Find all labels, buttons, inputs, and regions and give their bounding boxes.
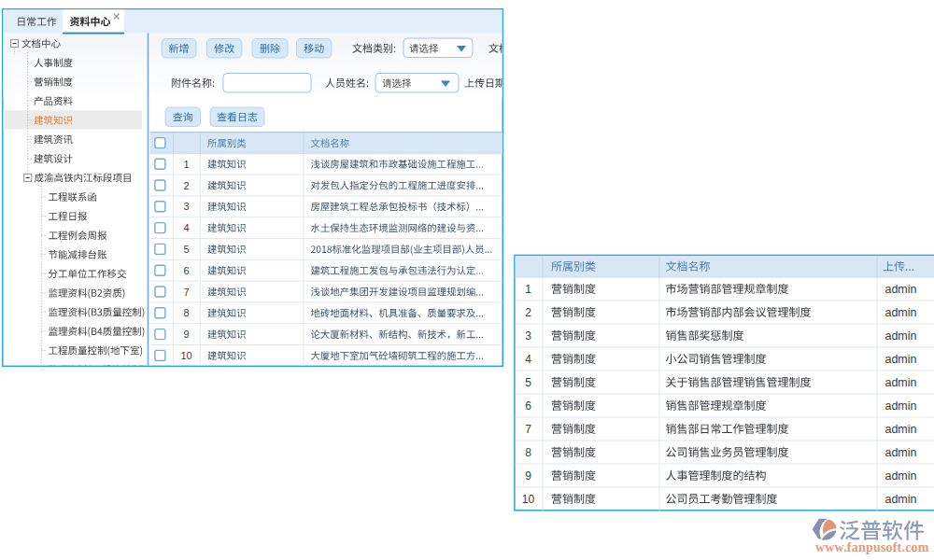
svg-text:1: 1	[525, 283, 531, 296]
svg-text:10: 10	[522, 493, 535, 506]
svg-text:admin: admin	[884, 283, 916, 296]
svg-text:8: 8	[525, 446, 531, 459]
svg-text:5: 5	[525, 376, 531, 389]
svg-text:admin: admin	[884, 353, 916, 366]
svg-text:admin: admin	[884, 329, 916, 343]
svg-text:1: 1	[183, 159, 189, 170]
svg-text:admin: admin	[884, 306, 916, 319]
svg-text:3: 3	[525, 329, 531, 343]
svg-text:www.fanpusoft.com: www.fanpusoft.com	[815, 540, 929, 554]
svg-text:admin: admin	[884, 376, 916, 389]
svg-text:admin: admin	[884, 469, 916, 483]
svg-text:7: 7	[183, 287, 189, 298]
svg-text:10: 10	[180, 350, 191, 361]
svg-text:admin: admin	[884, 493, 916, 506]
svg-text:8: 8	[183, 307, 189, 318]
svg-text:6: 6	[525, 399, 531, 413]
svg-text:admin: admin	[884, 399, 916, 413]
svg-text:2: 2	[525, 306, 531, 319]
svg-text:2: 2	[183, 180, 189, 191]
svg-text:5: 5	[183, 244, 189, 255]
svg-text:9: 9	[525, 469, 531, 483]
svg-text:6: 6	[183, 265, 189, 276]
svg-text:4: 4	[525, 353, 531, 366]
svg-text:admin: admin	[884, 446, 916, 459]
svg-text:9: 9	[183, 329, 189, 340]
svg-text:7: 7	[525, 423, 531, 436]
svg-text:4: 4	[183, 222, 189, 233]
svg-text:admin: admin	[884, 423, 916, 436]
svg-text:3: 3	[183, 201, 189, 212]
